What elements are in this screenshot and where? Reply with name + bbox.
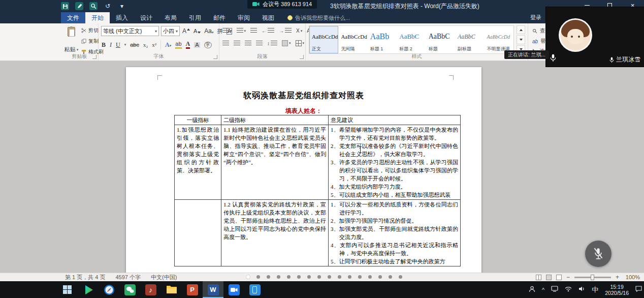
display-icon[interactable]	[551, 286, 558, 293]
bullets-button[interactable]: ▾	[222, 28, 232, 34]
taskbar-phone-app[interactable]	[244, 281, 265, 298]
italic-button[interactable]: I	[110, 42, 112, 48]
volume-icon[interactable]	[578, 286, 585, 293]
tab-layout[interactable]: 布局	[158, 12, 183, 23]
superscript-button[interactable]: x²	[152, 42, 156, 48]
tab-mailings[interactable]: 邮件	[207, 12, 232, 23]
meeting-id-badge[interactable]: 会议号 389 613 914	[247, 0, 317, 9]
strikethrough-button[interactable]: abc	[130, 42, 139, 48]
change-case-button[interactable]: Aa▾	[204, 28, 213, 34]
underline-dropdown-icon[interactable]: ▾	[124, 43, 126, 47]
font-family-select[interactable]: 等线 (中文正文)	[101, 26, 159, 36]
zoom-in-button[interactable]: +	[616, 274, 619, 281]
clipboard-dialog-launcher[interactable]	[92, 55, 96, 59]
tray-expand-icon[interactable]: ^	[542, 287, 544, 293]
style-subtle-emphasis[interactable]: AaBbCcDd不明显强调	[485, 26, 513, 53]
style-normal[interactable]: AaBbCcDd正文	[309, 26, 338, 53]
start-button[interactable]	[57, 281, 78, 298]
zoom-slider[interactable]	[574, 277, 611, 278]
align-center-button[interactable]	[234, 41, 240, 46]
font-color-button[interactable]: A	[186, 41, 190, 49]
enclose-character-button[interactable]: 字	[204, 42, 212, 48]
page-dot[interactable]	[297, 275, 301, 279]
grow-font-button[interactable]: A	[182, 28, 190, 34]
share-page-dots[interactable]	[246, 275, 402, 279]
page-dot[interactable]	[368, 275, 372, 279]
page-dot[interactable]	[358, 275, 362, 279]
character-shading-button[interactable]: A	[194, 42, 200, 48]
document-page[interactable]: 软弱涣散基层党组织排查对照表 填表人姓名： 一级指标 二级指标 意见建议 1.加…	[126, 67, 481, 273]
style-title[interactable]: AaBbC标题	[426, 26, 455, 53]
participant-video-tile[interactable]: 兰琪冰雪	[546, 7, 644, 67]
justify-button[interactable]	[256, 41, 263, 46]
page-dot[interactable]	[378, 275, 382, 279]
save-icon[interactable]	[61, 2, 69, 10]
print-layout-button[interactable]	[546, 275, 552, 280]
wifi-icon[interactable]	[565, 286, 572, 293]
page-dot[interactable]	[307, 275, 311, 279]
search-icon[interactable]	[89, 2, 98, 10]
page-dot[interactable]	[389, 275, 392, 279]
tab-insert[interactable]: 插入	[110, 12, 134, 23]
underline-button[interactable]: U	[116, 42, 120, 48]
sign-in-link[interactable]: 登录	[530, 14, 541, 21]
tab-view[interactable]: 视图	[256, 12, 280, 23]
page-dot[interactable]	[317, 275, 321, 279]
page-dot[interactable]	[287, 275, 291, 279]
zoom-slider-thumb[interactable]	[591, 275, 594, 280]
read-mode-button[interactable]	[536, 275, 541, 280]
tab-home[interactable]: 开始	[85, 12, 110, 23]
page-dot[interactable]	[338, 275, 341, 279]
styles-scroll-up-button[interactable]	[517, 25, 525, 34]
people-icon[interactable]	[529, 286, 535, 294]
action-center-icon[interactable]	[635, 286, 642, 293]
borders-button[interactable]: ▾	[296, 40, 305, 46]
page-dot[interactable]	[328, 275, 331, 279]
paste-button[interactable]: 粘贴▾	[63, 25, 80, 55]
align-right-button[interactable]	[245, 41, 251, 46]
qat-customize-icon[interactable]: ▾	[118, 2, 126, 10]
page-indicator[interactable]: 第 1 页，共 4 页	[65, 274, 105, 281]
taskbar-meeting-app[interactable]	[223, 281, 244, 298]
subscript-button[interactable]: x₂	[143, 42, 148, 48]
taskbar-music-app[interactable]: ♪	[140, 281, 161, 298]
meeting-mic-button[interactable]	[585, 241, 611, 267]
increase-indent-button[interactable]: →	[279, 28, 292, 34]
zoom-out-button[interactable]: −	[566, 274, 570, 281]
tab-file[interactable]: 文件	[61, 12, 85, 23]
style-subtitle[interactable]: AaBbC副标题	[455, 26, 484, 53]
paragraph-dialog-launcher[interactable]	[300, 55, 304, 59]
taskbar-file-explorer[interactable]	[161, 281, 182, 298]
style-no-spacing[interactable]: AaBbCcDd无间隔	[338, 26, 367, 53]
zoom-level[interactable]: 100%	[624, 274, 640, 280]
bold-button[interactable]: B	[102, 42, 106, 48]
taskbar-powerpoint[interactable]: P	[182, 281, 203, 298]
pen-icon[interactable]	[75, 2, 83, 10]
taskbar-browser-app[interactable]	[99, 281, 119, 298]
line-spacing-button[interactable]: ↕	[267, 41, 277, 46]
ime-indicator[interactable]: 中	[592, 285, 598, 294]
shrink-font-button[interactable]: A	[194, 28, 201, 34]
taskbar-media-app[interactable]	[78, 281, 99, 298]
page-dot[interactable]	[246, 275, 250, 279]
document-canvas[interactable]: 软弱涣散基层党组织排查对照表 填表人姓名： 一级指标 二级指标 意见建议 1.加…	[0, 61, 644, 273]
highlight-button[interactable]: ab	[175, 41, 181, 49]
multilevel-list-button[interactable]	[250, 28, 257, 34]
taskbar-clock[interactable]: 15:192020/5/16	[605, 284, 629, 296]
text-effects-button[interactable]: A▾	[165, 42, 171, 48]
word-count[interactable]: 4597 个字	[115, 274, 141, 281]
page-dot[interactable]	[399, 275, 402, 279]
tab-review[interactable]: 审阅	[232, 12, 256, 23]
language-indicator[interactable]: 中文(中国)	[151, 274, 177, 281]
styles-scroll-down-button[interactable]	[517, 35, 525, 44]
taskbar-wechat-app[interactable]	[119, 281, 140, 298]
font-size-select[interactable]: 小四	[161, 26, 180, 36]
style-heading-1[interactable]: AaBb标题 1	[368, 26, 397, 53]
numbering-button[interactable]: ▾	[237, 28, 246, 34]
tell-me-box[interactable]: 告诉我您想要做什么...	[287, 12, 350, 23]
asian-layout-button[interactable]: X▾	[296, 28, 302, 34]
undo-icon[interactable]: ↺	[104, 2, 112, 10]
tab-references[interactable]: 引用	[183, 12, 207, 23]
tab-design[interactable]: 设计	[134, 12, 158, 23]
page-dot[interactable]	[277, 275, 280, 279]
